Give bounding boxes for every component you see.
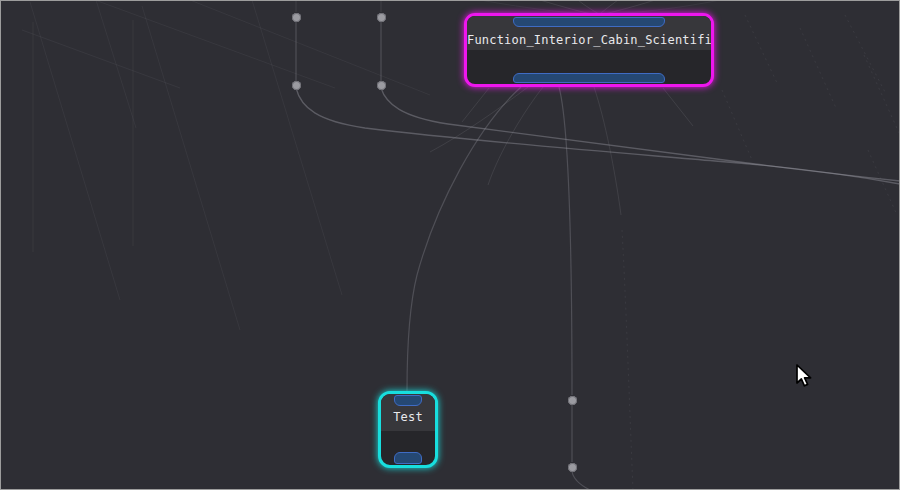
reroute-dot[interactable] [568, 396, 577, 405]
node-test[interactable]: Test [378, 391, 438, 468]
exec-port-bottom[interactable] [513, 73, 665, 83]
cursor-icon [792, 362, 818, 394]
reroute-dot[interactable] [292, 13, 301, 22]
exec-port-top[interactable] [513, 17, 665, 27]
node-title: Test [381, 410, 435, 424]
reroute-dot[interactable] [568, 463, 577, 472]
node-title: Function_Interior_Cabin_Scientific [467, 33, 711, 47]
reroute-dot[interactable] [377, 81, 386, 90]
exec-port-bottom[interactable] [394, 452, 422, 464]
reroute-dot[interactable] [292, 81, 301, 90]
reroute-dot[interactable] [377, 13, 386, 22]
node-graph-canvas[interactable]: Function_Interior_Cabin_Scientific Test [0, 0, 900, 490]
wires-layer [0, 0, 900, 490]
node-function-interior-cabin-scientific[interactable]: Function_Interior_Cabin_Scientific [464, 13, 714, 87]
exec-port-top[interactable] [394, 395, 422, 406]
screenshot-frame [0, 0, 900, 490]
